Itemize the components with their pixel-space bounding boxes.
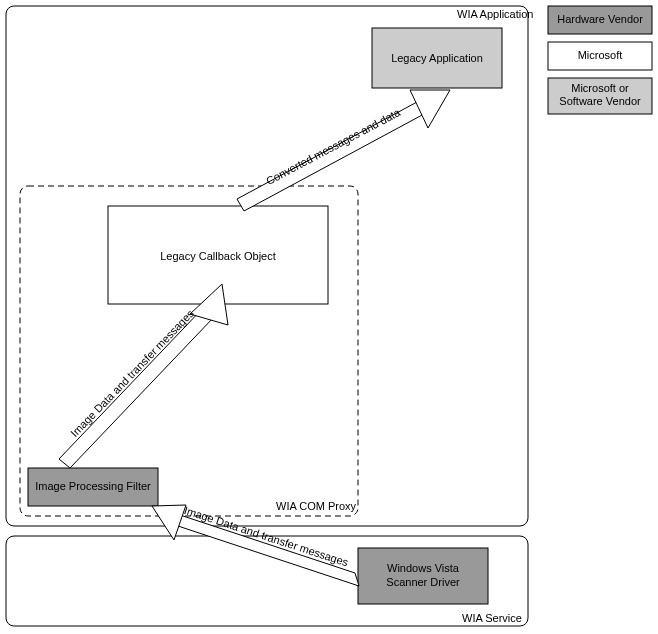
- wia-com-proxy-title: WIA COM Proxy: [276, 500, 357, 512]
- legend-msorsw-label-1: Microsoft or: [571, 82, 629, 94]
- scanner-driver-label-2: Scanner Driver: [386, 576, 460, 588]
- legend-hardware-vendor-label: Hardware Vendor: [557, 13, 643, 25]
- legend-microsoft-label: Microsoft: [578, 49, 623, 61]
- legacy-application-label: Legacy Application: [391, 52, 483, 64]
- arrow-converted: [237, 90, 450, 211]
- arrow-converted-label: Converted messages and data: [264, 106, 403, 187]
- wia-application-title: WIA Application: [457, 8, 533, 20]
- legend-msorsw-label-2: Software Vendor: [559, 95, 641, 107]
- svg-marker-4: [174, 513, 359, 586]
- arrow-imgdata-top-label: Image Data and transfer messages: [68, 307, 196, 439]
- image-processing-filter-label: Image Processing Filter: [35, 480, 151, 492]
- scanner-driver-label-1: Windows Vista: [387, 562, 460, 574]
- arrow-imgdata-bottom: [152, 505, 359, 586]
- wia-service-title: WIA Service: [462, 612, 522, 624]
- arrow-imgdata-top: [59, 284, 228, 468]
- legacy-callback-label: Legacy Callback Object: [160, 250, 276, 262]
- legend: Hardware Vendor Microsoft Microsoft or S…: [548, 6, 652, 114]
- svg-marker-2: [59, 308, 214, 468]
